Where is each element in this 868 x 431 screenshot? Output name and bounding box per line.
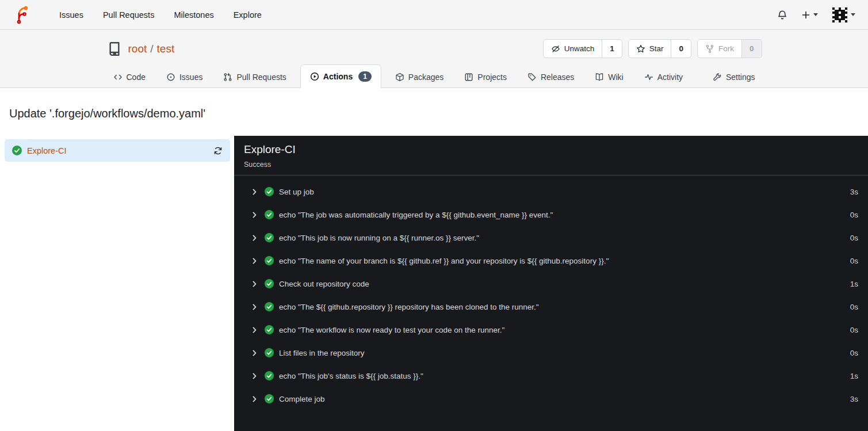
job-title: Explore-CI (244, 143, 858, 156)
job-name: Explore-CI (27, 146, 67, 155)
pull-request-icon (223, 73, 232, 82)
tab-code[interactable]: Code (106, 66, 152, 88)
plus-icon (801, 10, 810, 20)
tab-issues[interactable]: Issues (159, 66, 209, 88)
eye-slash-icon (551, 44, 560, 54)
success-check-icon (265, 187, 274, 196)
step-duration: 3s (850, 188, 858, 196)
step-row[interactable]: Check out repository code 1s (234, 272, 868, 295)
step-name: echo "The name of your branch is ${{ git… (279, 257, 609, 265)
jobs-sidebar: Explore-CI (0, 136, 234, 431)
star-button[interactable]: Star 0 (628, 39, 691, 58)
chevron-right-icon[interactable] (251, 395, 258, 403)
nav-item-pull-requests[interactable]: Pull Requests (93, 0, 164, 30)
tab-packages[interactable]: Packages (388, 66, 450, 88)
step-row[interactable]: echo "The name of your branch is ${{ git… (234, 249, 868, 272)
step-duration: 1s (850, 280, 858, 288)
repo-name-link[interactable]: test (157, 43, 175, 55)
tab-activity[interactable]: Activity (637, 66, 690, 88)
success-check-icon (265, 210, 274, 219)
tab-wiki[interactable]: Wiki (588, 66, 630, 88)
tab-releases[interactable]: Releases (521, 66, 581, 88)
actions-count-badge: 1 (358, 71, 372, 82)
pulse-icon (644, 73, 653, 82)
tag-icon (527, 73, 537, 82)
repo-tabs: Code Issues Pull Requests Actions 1 Pack… (106, 64, 762, 87)
success-check-icon (265, 348, 274, 357)
repo-book-icon (106, 41, 123, 57)
step-row[interactable]: Complete job 3s (234, 387, 868, 410)
step-name: List files in the repository (279, 349, 365, 357)
step-duration: 0s (850, 257, 858, 265)
star-count[interactable]: 0 (671, 40, 691, 58)
tab-pull-requests[interactable]: Pull Requests (216, 66, 293, 88)
breadcrumb-separator: / (150, 43, 153, 55)
step-row[interactable]: List files in the repository 0s (234, 341, 868, 364)
chevron-right-icon[interactable] (251, 326, 258, 334)
step-row[interactable]: echo "The job was automatically triggere… (234, 203, 868, 226)
avatar-identicon (832, 7, 848, 23)
step-duration: 0s (850, 234, 858, 242)
success-check-icon (265, 233, 274, 242)
step-duration: 0s (850, 211, 858, 219)
repo-owner-link[interactable]: root (128, 43, 147, 55)
job-log-panel: Explore-CI Success Set up job 3s echo "T… (234, 136, 868, 431)
chevron-right-icon[interactable] (251, 372, 258, 380)
user-menu[interactable] (832, 7, 855, 23)
repo-action-buttons: Unwatch 1 Star 0 (543, 39, 762, 58)
package-icon (395, 73, 404, 82)
nav-item-milestones[interactable]: Milestones (164, 0, 223, 30)
success-check-icon (265, 256, 274, 265)
tab-settings[interactable]: Settings (706, 66, 762, 88)
step-name: Check out repository code (279, 280, 369, 288)
chevron-right-icon[interactable] (251, 349, 258, 357)
code-icon (113, 73, 123, 82)
success-check-icon (265, 302, 274, 311)
success-check-icon (12, 146, 22, 155)
chevron-right-icon[interactable] (251, 257, 258, 265)
nav-item-explore[interactable]: Explore (224, 0, 272, 30)
chevron-right-icon[interactable] (251, 211, 258, 219)
navbar-right (777, 7, 855, 23)
workflow-run-title: Update '.forgejo/workflows/demo.yaml' (0, 96, 868, 128)
repo-header: root/test Unwatch 1 (0, 30, 868, 88)
step-name: echo "This job's status is ${{ job.statu… (279, 372, 423, 380)
watch-count[interactable]: 1 (602, 40, 622, 58)
unwatch-button[interactable]: Unwatch 1 (543, 39, 622, 58)
step-row[interactable]: echo "This job's status is ${{ job.statu… (234, 364, 868, 387)
step-name: echo "The ${{ github.repository }} repos… (279, 303, 539, 311)
chevron-right-icon[interactable] (251, 303, 258, 311)
job-status-text: Success (244, 161, 858, 169)
job-item-explore-ci[interactable]: Explore-CI (5, 139, 230, 162)
step-duration: 3s (850, 395, 858, 403)
step-name: echo "This job is now running on a ${{ r… (279, 234, 479, 242)
star-icon (636, 44, 645, 54)
repo-breadcrumb: root/test (128, 43, 175, 55)
step-row[interactable]: echo "The workflow is now ready to test … (234, 318, 868, 341)
chevron-down-icon (851, 13, 855, 16)
step-duration: 1s (850, 372, 858, 380)
refresh-sync-icon[interactable] (213, 146, 223, 155)
chevron-right-icon[interactable] (251, 280, 258, 288)
success-check-icon (265, 279, 274, 288)
step-duration: 0s (850, 349, 858, 357)
forgejo-logo[interactable] (13, 6, 31, 24)
step-row[interactable]: echo "This job is now running on a ${{ r… (234, 226, 868, 249)
step-name: echo "The workflow is now ready to test … (279, 326, 504, 334)
success-check-icon (265, 371, 274, 380)
tab-projects[interactable]: Projects (457, 66, 514, 88)
create-new-menu[interactable] (801, 10, 818, 20)
fork-button: Fork 0 (697, 39, 762, 58)
nav-item-issues[interactable]: Issues (49, 0, 93, 30)
success-check-icon (265, 325, 274, 334)
chevron-right-icon[interactable] (251, 188, 258, 196)
chevron-right-icon[interactable] (251, 234, 258, 242)
chevron-down-icon (813, 13, 818, 16)
step-row[interactable]: Set up job 3s (234, 180, 868, 203)
notifications-bell-icon[interactable] (777, 10, 787, 20)
step-row[interactable]: echo "The ${{ github.repository }} repos… (234, 295, 868, 318)
fork-icon (705, 44, 714, 54)
tab-actions[interactable]: Actions 1 (300, 64, 381, 88)
step-duration: 0s (850, 303, 858, 311)
step-duration: 0s (850, 326, 858, 334)
